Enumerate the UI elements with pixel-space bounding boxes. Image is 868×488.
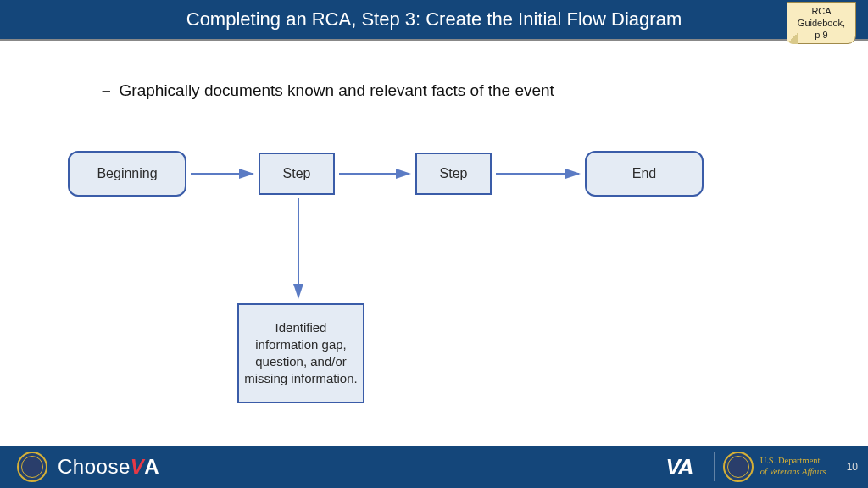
note-line: p 9 — [787, 30, 855, 42]
note-line: RCA — [787, 6, 855, 18]
node-label: End — [632, 166, 656, 181]
department-label: U.S. Department of Veterans Affairs — [760, 456, 826, 477]
node-label: Step — [440, 166, 468, 181]
node-label: Identified information gap, question, an… — [244, 319, 358, 388]
logo-v: V — [131, 455, 145, 478]
va-seal-icon — [723, 452, 754, 482]
logo-a: A — [144, 455, 159, 478]
node-label: Beginning — [97, 166, 157, 181]
va-wordmark: VA — [665, 454, 693, 480]
dept-line: U.S. Department — [760, 456, 826, 467]
bullet-text: Graphically documents known and relevant… — [120, 81, 554, 100]
bullet-dash: – — [102, 81, 111, 100]
content-area: – Graphically documents known and releva… — [0, 41, 868, 413]
flow-node-end: End — [585, 151, 704, 197]
va-seal-icon — [17, 452, 47, 482]
logo-text: Choose — [58, 455, 131, 478]
flow-node-beginning: Beginning — [68, 151, 186, 197]
reference-note: RCA Guidebook, p 9 — [787, 2, 856, 44]
slide-footer: ChooseVA VA U.S. Department of Veterans … — [0, 446, 868, 488]
slide-header: Completing an RCA, Step 3: Create the In… — [0, 0, 868, 41]
dept-line: of Veterans Affairs — [760, 467, 826, 478]
flow-node-step: Step — [259, 152, 335, 195]
slide-title: Completing an RCA, Step 3: Create the In… — [186, 8, 682, 30]
flow-node-step: Step — [415, 152, 492, 195]
choose-va-logo: ChooseVA — [58, 455, 159, 479]
note-line: Guidebook, — [787, 18, 855, 30]
bullet-item: – Graphically documents known and releva… — [102, 81, 868, 100]
page-number: 10 — [847, 461, 858, 473]
node-label: Step — [283, 166, 311, 181]
flow-node-gap: Identified information gap, question, an… — [237, 303, 364, 403]
flow-diagram: Beginning Step Step End Identified infor… — [68, 142, 780, 413]
footer-separator — [714, 452, 715, 481]
